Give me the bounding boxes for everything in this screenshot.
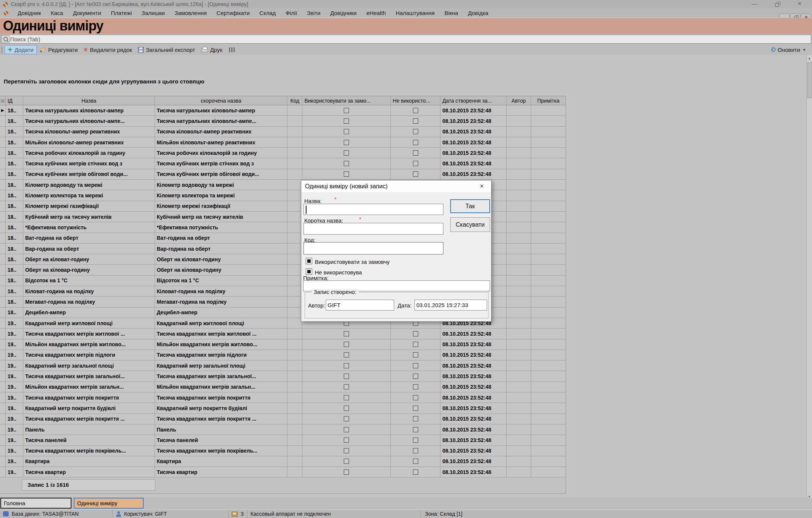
short-name-field[interactable]	[304, 223, 443, 235]
menu-item[interactable]: Склад	[255, 8, 281, 18]
date-field[interactable]	[414, 300, 487, 310]
menu-item[interactable]: Звіти	[302, 8, 325, 18]
column-header-note[interactable]: Примітка	[531, 96, 566, 105]
not-used-checkbox[interactable]	[413, 161, 418, 166]
use-default-checkbox[interactable]	[344, 470, 349, 475]
table-row[interactable]: 18.. Тисяча робочих кілокалорій за годин…	[0, 148, 566, 158]
table-row[interactable]: 19.. Тисяча панелей Тисяча панелей 08.10…	[0, 435, 566, 445]
table-row[interactable]: 19.. Тисяча квадратних метрів покрівель.…	[0, 446, 566, 456]
ok-button[interactable]: Так	[450, 199, 490, 213]
menu-item[interactable]: Платежі	[106, 8, 137, 18]
menu-item[interactable]: Каса	[46, 8, 68, 18]
scrollbar-thumb[interactable]	[807, 62, 812, 98]
use-default-checkbox[interactable]	[344, 161, 349, 166]
use-default-dialog-checkbox[interactable]	[306, 258, 312, 264]
use-default-checkbox[interactable]	[344, 118, 349, 124]
search-input[interactable]	[10, 35, 811, 43]
use-default-checkbox[interactable]	[344, 374, 349, 379]
column-header-author[interactable]: Автор	[507, 96, 531, 105]
menu-item[interactable]: eHealth	[361, 8, 391, 18]
not-used-checkbox[interactable]	[413, 384, 418, 389]
not-used-checkbox[interactable]	[413, 171, 418, 177]
column-chooser-icon[interactable]	[229, 47, 235, 52]
use-default-checkbox[interactable]	[344, 129, 349, 134]
not-used-checkbox[interactable]	[413, 374, 418, 379]
column-header-created[interactable]: Дата створення за...	[440, 96, 507, 105]
table-row[interactable]: 19.. Панель Панель 08.10.2015 23:52:48	[0, 424, 566, 435]
menu-item[interactable]: Вікна	[440, 8, 463, 18]
table-row[interactable]: 18.. Тисяча натуральних кіловольт-ампе..…	[0, 116, 566, 126]
toolbar-grip[interactable]	[1, 46, 3, 53]
window-minimize-button[interactable]: —	[748, 0, 761, 8]
use-default-checkbox[interactable]	[344, 352, 349, 357]
edit-button[interactable]: Редагувати	[37, 45, 81, 54]
not-used-checkbox[interactable]	[413, 438, 418, 443]
table-row[interactable]: 18.. Тисяча кубічних метрів стічних вод …	[0, 158, 566, 169]
not-used-checkbox[interactable]	[413, 342, 418, 347]
column-header-not-used[interactable]: Не використо...	[391, 96, 440, 105]
cancel-button[interactable]: Скасувати	[450, 217, 490, 232]
export-button[interactable]: Загальний експорт	[135, 45, 198, 54]
add-button[interactable]: + Додати	[5, 45, 37, 54]
use-default-checkbox[interactable]	[344, 406, 349, 411]
toolbar-overflow-icon[interactable]: ▾	[803, 47, 805, 52]
menu-item[interactable]: Налаштування	[391, 8, 440, 18]
table-row[interactable]: 19.. Мільйон квадратних метрів житлово..…	[0, 339, 566, 350]
use-default-checkbox[interactable]	[344, 342, 349, 347]
menu-item[interactable]: Документи	[68, 8, 106, 18]
column-header-use-default[interactable]: Використовувати за замо...	[302, 96, 391, 105]
table-row[interactable]: 19.. Мільйон квадратних метрів загальн..…	[0, 382, 566, 392]
tab-home[interactable]: Головна	[0, 498, 71, 509]
not-used-checkbox[interactable]	[413, 427, 418, 432]
not-used-checkbox[interactable]	[413, 363, 418, 368]
not-used-checkbox[interactable]	[413, 470, 418, 475]
column-header-id[interactable]: ІД	[6, 96, 23, 105]
scroll-up-icon[interactable]: ▲	[807, 56, 812, 62]
use-default-checkbox[interactable]	[344, 171, 349, 177]
menu-item[interactable]: Філії	[281, 8, 302, 18]
use-default-checkbox[interactable]	[344, 448, 349, 453]
table-row[interactable]: 19.. Тисяча квадратних метрів житлової .…	[0, 329, 566, 339]
not-used-checkbox[interactable]	[413, 416, 418, 421]
not-used-checkbox[interactable]	[413, 352, 418, 357]
menu-item[interactable]: Залишки	[137, 8, 170, 18]
use-default-checkbox[interactable]	[344, 363, 349, 368]
table-row[interactable]: 18.. Тисяча кубічних метрів обігової вод…	[0, 169, 566, 180]
use-default-checkbox[interactable]	[344, 140, 349, 145]
table-row[interactable]: 19.. Квадратний метр покриття будівлі Кв…	[0, 403, 566, 413]
use-default-checkbox[interactable]	[344, 427, 349, 432]
menu-item[interactable]: Довідка	[463, 8, 493, 18]
column-header-code[interactable]: Код	[287, 96, 302, 105]
table-row[interactable]: 18.. Мільйон кіловольт-ампер реактивних …	[0, 137, 566, 148]
not-used-checkbox[interactable]	[413, 118, 418, 124]
use-default-checkbox[interactable]	[344, 395, 349, 400]
dialog-close-icon[interactable]: ×	[477, 182, 486, 190]
delete-row-button[interactable]: × Видалити рядок	[81, 45, 135, 54]
table-row[interactable]: 19.. Тисяча квартир Тисяча квартир 08.10…	[0, 467, 566, 477]
window-restore-button[interactable]	[771, 0, 783, 8]
use-default-checkbox[interactable]	[344, 384, 349, 389]
table-row[interactable]: 19.. Тисяча квадратних метрів покриття .…	[0, 414, 566, 424]
use-default-checkbox[interactable]	[344, 438, 349, 443]
refresh-button[interactable]: Оновити ▾	[771, 44, 805, 55]
vertical-scrollbar[interactable]: ▲ ▼	[806, 55, 812, 501]
table-row[interactable]: 19.. Тисяча квадратних метрів підлоги Ти…	[0, 350, 566, 360]
use-default-checkbox[interactable]	[344, 331, 349, 336]
use-default-checkbox[interactable]	[344, 108, 349, 113]
table-row[interactable]: 19.. Тисяча квадратних метрів загальної.…	[0, 371, 566, 382]
column-header-name[interactable]: Назва	[23, 96, 155, 105]
column-header-short[interactable]: скорочена назва	[155, 96, 288, 105]
table-row[interactable]: 19.. Квадратний метр загальної площі Ква…	[0, 360, 566, 371]
window-close-button[interactable]: ×	[793, 0, 806, 8]
not-used-checkbox[interactable]	[413, 108, 418, 113]
menu-item[interactable]: Довідник	[13, 8, 46, 18]
not-used-checkbox[interactable]	[413, 150, 418, 156]
not-used-checkbox[interactable]	[413, 129, 418, 134]
menu-item[interactable]: Довідники	[325, 8, 361, 18]
use-default-checkbox[interactable]	[344, 459, 349, 464]
author-field[interactable]	[326, 300, 394, 310]
print-button[interactable]: Друк	[198, 45, 225, 54]
not-used-checkbox[interactable]	[413, 459, 418, 464]
table-row[interactable]: 19.. Тисяча квадратних метрів покриття Т…	[0, 392, 566, 403]
code-field[interactable]	[304, 242, 443, 254]
